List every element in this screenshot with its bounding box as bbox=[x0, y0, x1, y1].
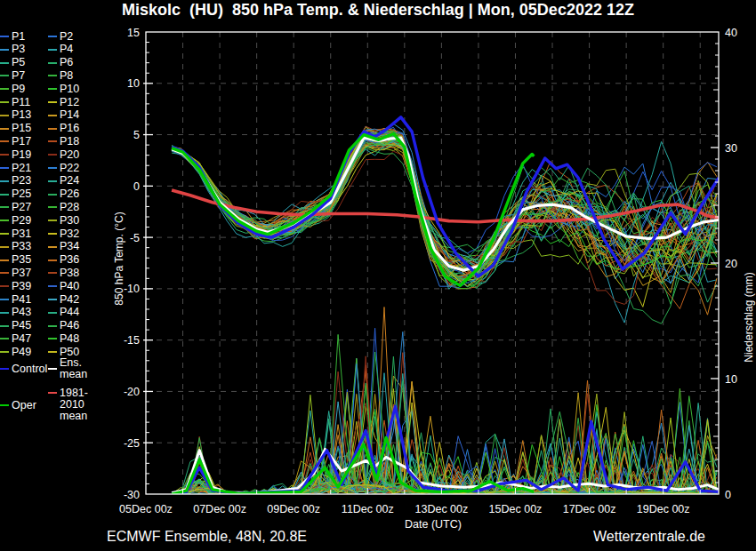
legend-item-p17-swatch bbox=[0, 140, 9, 142]
legend-item-p31: P31 bbox=[0, 228, 31, 240]
legend-item-p35-label: P35 bbox=[12, 254, 31, 266]
legend-item-p5-swatch bbox=[0, 62, 9, 64]
legend-item-p3: P3 bbox=[0, 44, 25, 56]
legend-item-p18-label: P18 bbox=[60, 136, 79, 148]
legend-item-p49-label: P49 bbox=[12, 347, 31, 358]
legend-item-p15: P15 bbox=[0, 123, 31, 135]
legend-item-oper-swatch bbox=[0, 404, 9, 406]
ensemble-meteogram: Miskolc (HU) 850 hPa Temp. & Niederschla… bbox=[0, 0, 756, 551]
legend-item-p27-label: P27 bbox=[12, 202, 31, 213]
right-axis-tick-label: 10 bbox=[725, 373, 737, 386]
legend-item-p30: P30 bbox=[48, 214, 79, 227]
legend-item-p38: P38 bbox=[48, 267, 79, 279]
legend-item-control-swatch bbox=[0, 368, 9, 370]
legend-item-p44: P44 bbox=[48, 307, 79, 319]
legend-item-p41: P41 bbox=[0, 293, 31, 306]
x-axis-label: Date (UTC) bbox=[405, 518, 462, 531]
legend-item-p2: P2 bbox=[48, 30, 73, 43]
legend-item-p46-label: P46 bbox=[60, 320, 79, 331]
left-axis-tick-label: -20 bbox=[124, 386, 140, 398]
right-axis-label: Niederschlag (mm) bbox=[743, 272, 755, 362]
legend-item-p6: P6 bbox=[48, 57, 73, 69]
legend-item-p42-label: P42 bbox=[60, 294, 79, 306]
legend-item-p47-label: P47 bbox=[12, 333, 31, 345]
legend-item-p43-label: P43 bbox=[12, 307, 31, 318]
right-axis-tick-label: 30 bbox=[725, 142, 737, 155]
legend-item-p9-label: P9 bbox=[12, 84, 25, 95]
legend-item-oper: Oper bbox=[0, 399, 36, 411]
legend-item-p47: P47 bbox=[0, 332, 31, 345]
legend-item-p44-label: P44 bbox=[60, 307, 79, 318]
x-axis-tick-label: 11Dec 00z bbox=[342, 503, 394, 515]
left-axis-tick-label: 10 bbox=[127, 77, 140, 90]
legend-item-p10-swatch bbox=[48, 88, 57, 90]
legend-item-p13-label: P13 bbox=[12, 109, 31, 121]
legend-item-p1: P1 bbox=[0, 30, 25, 43]
legend-item-p40: P40 bbox=[48, 280, 79, 292]
legend-item-p40-label: P40 bbox=[60, 281, 79, 292]
legend-item-p18: P18 bbox=[48, 135, 79, 148]
legend-item-p11: P11 bbox=[0, 96, 30, 108]
legend-item-p30-swatch bbox=[48, 220, 57, 221]
legend-item-p10: P10 bbox=[48, 83, 79, 95]
legend-item-p22: P22 bbox=[48, 162, 79, 174]
legend-item-p16-label: P16 bbox=[60, 123, 79, 134]
legend-item-ens-mean: Ens. mean bbox=[48, 363, 107, 375]
legend-item-p19-swatch bbox=[0, 154, 9, 156]
legend-item-p10-label: P10 bbox=[60, 84, 79, 95]
legend-item-p29: P29 bbox=[0, 214, 31, 227]
legend-item-p49-swatch bbox=[0, 351, 9, 353]
legend-item-p4: P4 bbox=[48, 44, 73, 56]
legend-item-p48: P48 bbox=[48, 332, 79, 345]
legend-item-p20-swatch bbox=[48, 154, 57, 156]
legend-item-p39-label: P39 bbox=[12, 281, 31, 292]
legend-item-p36-swatch bbox=[48, 260, 57, 261]
legend-item-p15-label: P15 bbox=[12, 123, 31, 134]
legend-item-p2-label: P2 bbox=[60, 31, 73, 43]
legend-item-p24: P24 bbox=[48, 175, 79, 188]
legend-item-p7: P7 bbox=[0, 69, 25, 82]
plot-area bbox=[172, 117, 719, 494]
footer-site-name: Wetterzentrale.de bbox=[593, 529, 705, 545]
left-axis-label: 850 hPa Temp. (°C) bbox=[113, 212, 125, 305]
legend-item-p14: P14 bbox=[48, 109, 79, 122]
legend-item-p7-label: P7 bbox=[12, 70, 25, 82]
legend-item-p37-label: P37 bbox=[12, 268, 31, 279]
x-axis-tick-label: 19Dec 00z bbox=[637, 503, 690, 515]
legend-item-p22-swatch bbox=[48, 167, 57, 169]
ensemble-legend: P1P2P3P4P5P6P7P8P9P10P11P12P13P14P15P16P… bbox=[0, 0, 107, 498]
right-axis-tick-label: 0 bbox=[725, 489, 731, 501]
legend-item-p23-swatch bbox=[0, 180, 9, 182]
legend-item-p42: P42 bbox=[48, 293, 79, 306]
legend-item-p20-label: P20 bbox=[60, 149, 79, 161]
legend-item-p28: P28 bbox=[48, 201, 79, 213]
ensemble-member-precip-line bbox=[172, 409, 717, 494]
left-axis-tick-label: 5 bbox=[133, 129, 140, 141]
legend-item-p34: P34 bbox=[48, 241, 79, 253]
legend-item-p4-swatch bbox=[48, 49, 57, 51]
x-axis-tick-label: 05Dec 00z bbox=[119, 503, 173, 515]
legend-item-p8: P8 bbox=[48, 69, 73, 82]
left-axis-tick-label: -30 bbox=[124, 489, 140, 501]
legend-item-p25-label: P25 bbox=[12, 188, 31, 200]
legend-item-p39-swatch bbox=[0, 285, 9, 287]
legend-item-p8-swatch bbox=[48, 75, 57, 76]
legend-item-p33-swatch bbox=[0, 246, 9, 248]
legend-item-p12-swatch bbox=[48, 101, 57, 103]
legend-item-p5: P5 bbox=[0, 57, 25, 69]
footer-model-info: ECMWF Ensemble, 48N, 20.8E bbox=[107, 529, 307, 545]
legend-item-p27-swatch bbox=[0, 206, 9, 208]
legend-item-p12: P12 bbox=[48, 96, 79, 108]
legend-item-p21-swatch bbox=[0, 167, 9, 169]
legend-item-climate-mean-label: 1981-2010 mean bbox=[60, 387, 107, 422]
legend-item-p33: P33 bbox=[0, 241, 31, 253]
legend-item-p43-swatch bbox=[0, 312, 9, 314]
legend-item-p6-swatch bbox=[48, 62, 57, 64]
legend-item-p38-label: P38 bbox=[60, 268, 79, 279]
legend-item-p41-swatch bbox=[0, 299, 9, 300]
left-axis-tick-label: 0 bbox=[133, 180, 140, 193]
ensemble-member-precip-line bbox=[172, 334, 717, 493]
legend-item-p35-swatch bbox=[0, 260, 9, 261]
legend-item-p30-label: P30 bbox=[60, 215, 79, 227]
legend-item-p31-swatch bbox=[0, 233, 9, 235]
